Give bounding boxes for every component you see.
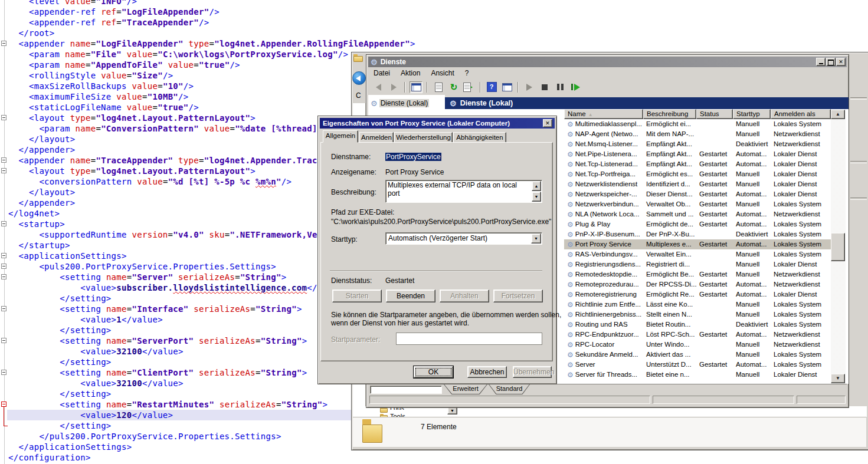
- service-row[interactable]: ⚙PnP-X-IP-Busenum...Der PnP-X-Bu...Deakt…: [564, 229, 831, 239]
- service-row[interactable]: ⚙Sekundäre Anmeld...Aktiviert das ...Man…: [564, 350, 831, 360]
- uebernehmen-button[interactable]: Übernehmen: [513, 366, 552, 378]
- service-row[interactable]: ⚙NLA (Network Loca...Sammelt und ...Gest…: [564, 209, 831, 219]
- tab-standard[interactable]: Standard: [489, 384, 530, 394]
- scroll-down-icon[interactable]: ▼: [532, 192, 541, 202]
- scroll-up-icon[interactable]: ▲: [831, 110, 845, 119]
- fold-marker[interactable]: [1, 264, 6, 269]
- dienststatus-label: Dienststatus:: [331, 277, 372, 285]
- tab-allgemein[interactable]: Allgemein: [323, 130, 358, 143]
- service-row[interactable]: ⚙Richtlinienergebniss...Stellt einen N..…: [564, 310, 831, 320]
- start-service-icon[interactable]: [523, 81, 536, 93]
- service-row[interactable]: ⚙Routing und RASBietet Routin...Deaktivi…: [564, 320, 831, 330]
- service-row[interactable]: ⚙RPC-LocatorUnter Windo...ManuellNetzwer…: [564, 340, 831, 350]
- stop-service-icon[interactable]: [538, 81, 551, 93]
- service-row[interactable]: ⚙Netzwerkspeicher-...Dieser Dienst...Ges…: [564, 189, 831, 199]
- starttyp-combobox[interactable]: Automatisch (Verzögerter Start) ▼: [385, 232, 542, 245]
- ok-button[interactable]: OK: [414, 366, 453, 378]
- service-row[interactable]: ⚙ServerUnterstützt D...GestartetAutomat.…: [564, 360, 831, 370]
- service-row[interactable]: ⚙Net.Msmq-Listener...Empfängt Akt...Deak…: [564, 139, 831, 149]
- fold-marker[interactable]: [1, 221, 6, 226]
- fold-marker[interactable]: [1, 168, 6, 173]
- scrollbar[interactable]: ▲ ▼: [831, 109, 846, 384]
- tab-abhaengigkeiten[interactable]: Abhängigkeiten: [453, 132, 506, 143]
- filter-box[interactable]: [370, 386, 442, 394]
- service-row[interactable]: ⚙Remotedesktopdie...Ermöglicht Be...Gest…: [564, 269, 831, 279]
- fold-marker[interactable]: [1, 157, 6, 163]
- dialog-title: Eigenschaften von Port Proxy Service (Lo…: [323, 120, 510, 127]
- service-row[interactable]: ⚙Net.Tcp-Listenerad...Empfängt Akt...Ges…: [564, 159, 831, 169]
- service-row[interactable]: ⚙NetzwerklistendienstIdentifiziert d...G…: [564, 179, 831, 189]
- minimize-button[interactable]: [816, 58, 826, 66]
- tree-item-label[interactable]: Tools: [390, 413, 405, 417]
- beschreibung-field[interactable]: Multiplexes external TCP/IP data on loca…: [385, 180, 542, 203]
- column-header-starttyp[interactable]: Starttyp: [733, 109, 771, 119]
- restart-service-icon[interactable]: [569, 81, 582, 93]
- editor-gutter[interactable]: [0, 0, 7, 464]
- menu-item-[interactable]: ?: [460, 69, 474, 77]
- pause-service-icon[interactable]: [553, 81, 566, 93]
- tab-wiederherstellung[interactable]: Wiederherstellung: [394, 132, 453, 143]
- service-row[interactable]: ⚙Server für Threads...Bietet eine n...Ma…: [564, 370, 831, 380]
- startparameter-input[interactable]: [396, 333, 542, 345]
- tree-item-dienste-lokal[interactable]: ⚙ Dienste (Lokal): [371, 99, 429, 107]
- chevron-down-icon[interactable]: ▼: [531, 233, 541, 243]
- export-list-icon[interactable]: [463, 81, 476, 93]
- column-header-anmeldenals[interactable]: Anmelden als: [771, 109, 831, 119]
- service-row[interactable]: ⚙Remoteprozedurau...Der RPCSS-Di...Gesta…: [564, 279, 831, 289]
- scroll-up-icon[interactable]: ▲: [532, 181, 541, 191]
- service-cell: ⚙Net.Tcp-Portfreiga...: [564, 169, 643, 179]
- service-row[interactable]: ⚙NAP-Agent (Netwo...Mit dem NAP-...Manue…: [564, 129, 831, 139]
- service-row[interactable]: ⚙Net.Tcp-Portfreiga...Ermöglicht es...Ge…: [564, 169, 831, 179]
- fold-marker[interactable]: [1, 306, 6, 311]
- extended-view-icon[interactable]: [500, 81, 513, 93]
- fold-marker[interactable]: [1, 274, 6, 279]
- abbrechen-button[interactable]: Abbrechen: [467, 366, 507, 378]
- back-icon[interactable]: [352, 71, 366, 85]
- fold-marker-red[interactable]: [1, 402, 6, 407]
- fortsetzen-button[interactable]: Fortsetzen: [493, 289, 543, 302]
- service-cell: Automat...: [733, 330, 771, 340]
- back-icon[interactable]: [372, 81, 385, 93]
- console-tree-icon[interactable]: [410, 81, 422, 93]
- service-row[interactable]: ⚙RAS-Verbindungsv...Verwaltet Ein...Manu…: [564, 249, 831, 259]
- refresh-icon[interactable]: ↻: [447, 81, 460, 93]
- starten-button[interactable]: Starten: [332, 289, 382, 302]
- service-cell: Lokaler Dienst: [771, 169, 831, 179]
- fold-marker[interactable]: [1, 253, 6, 258]
- maximize-button[interactable]: [826, 58, 836, 66]
- service-row[interactable]: ⚙Netzwerkverbindun...Verwaltet Ob...Gest…: [564, 199, 831, 209]
- service-row[interactable]: ⚙Multimediaklassenpl...Ermöglicht ei...M…: [564, 119, 831, 129]
- menu-item-datei[interactable]: Datei: [368, 69, 395, 77]
- service-row[interactable]: ⚙Plug & PlayErmöglicht de...GestartetAut…: [564, 219, 831, 229]
- help-icon[interactable]: ?: [485, 81, 498, 93]
- anhalten-button[interactable]: Anhalten: [440, 289, 489, 302]
- service-row[interactable]: ⚙RemoteregistrierungErmöglicht Re...Gest…: [564, 289, 831, 300]
- menu-item-aktion[interactable]: Aktion: [395, 69, 425, 77]
- column-header-beschreibung[interactable]: Beschreibung: [643, 109, 696, 119]
- fold-bracket-red: [4, 407, 8, 426]
- fold-marker[interactable]: [1, 338, 6, 343]
- fold-marker[interactable]: [1, 41, 6, 46]
- service-row[interactable]: ⚙Richtlinie zum Entfe...Lässt eine Ko...…: [564, 300, 831, 310]
- column-header-name[interactable]: Name▲: [564, 109, 643, 119]
- service-row[interactable]: ⚙Port Proxy ServiceMultiplexes e...Gesta…: [564, 239, 831, 249]
- close-icon[interactable]: ✕: [543, 119, 552, 127]
- tab-anmelden[interactable]: Anmelden: [359, 132, 394, 143]
- fold-marker[interactable]: [1, 115, 6, 120]
- close-button[interactable]: ✕: [836, 58, 846, 66]
- service-row[interactable]: ⚙RPC-Endpunktzuor...Löst RPC-Sch...Gesta…: [564, 330, 831, 340]
- menu-item-ansicht[interactable]: Ansicht: [425, 69, 459, 77]
- service-row[interactable]: ⚙Net.Pipe-Listenera...Empfängt Akt...Ges…: [564, 149, 831, 159]
- fold-marker[interactable]: [1, 370, 6, 375]
- gear-icon: ⚙: [371, 100, 378, 107]
- beenden-button[interactable]: Beenden: [386, 289, 435, 302]
- scroll-down-icon[interactable]: ▼: [831, 374, 845, 383]
- column-header-status[interactable]: Status: [696, 109, 733, 119]
- tab-erweitert[interactable]: Erweitert: [444, 384, 487, 394]
- service-row[interactable]: ⚙Registrierungsdiens...Registriert di...…: [564, 259, 831, 269]
- dialog-titlebar[interactable]: Eigenschaften von Port Proxy Service (Lo…: [320, 118, 555, 129]
- properties-icon[interactable]: [432, 81, 445, 93]
- scrollbar-thumb[interactable]: [831, 233, 845, 261]
- services-titlebar[interactable]: ⚙ Dienste: [368, 57, 847, 67]
- forward-icon[interactable]: [387, 81, 400, 93]
